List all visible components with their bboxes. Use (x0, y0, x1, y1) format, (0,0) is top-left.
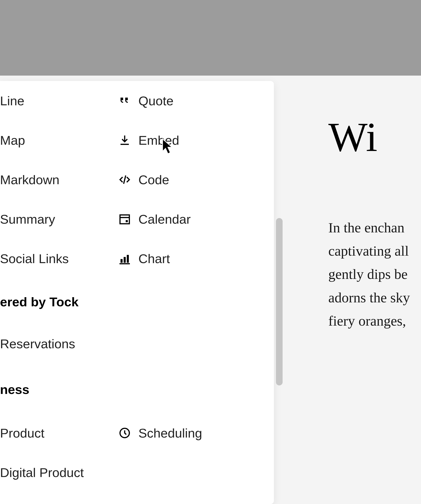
menu-item-digital-product[interactable]: Digital Product (0, 453, 118, 492)
menu-item-reservations[interactable]: Reservations (0, 324, 118, 363)
menu-item-label: Scheduling (138, 426, 202, 440)
menu-item-label: Social Links (0, 251, 69, 266)
quote-icon (118, 95, 131, 107)
body-line: In the enchan (328, 216, 421, 239)
chart-icon (118, 252, 131, 265)
svg-rect-0 (120, 215, 129, 224)
menu-item-label: Code (138, 172, 169, 187)
menu-item-markdown[interactable]: Markdown (0, 160, 118, 199)
menu-scrollbar-thumb[interactable] (276, 218, 283, 385)
menu-item-chart[interactable]: Chart (118, 239, 270, 278)
menu-item-label: Calendar (138, 212, 191, 227)
download-icon (118, 134, 131, 146)
menu-item-label: Quote (138, 93, 173, 108)
menu-item-label: Embed (138, 133, 179, 148)
menu-scrollbar-track[interactable] (276, 81, 283, 504)
menu-item-calendar[interactable]: Calendar (118, 199, 270, 239)
menu-item-summary[interactable]: Summary (0, 199, 118, 239)
svg-rect-2 (121, 259, 122, 263)
menu-item-code[interactable]: Code (118, 160, 270, 199)
section-heading-business: ness (0, 382, 29, 397)
section-heading-tock: ered by Tock (0, 294, 79, 309)
calendar-icon (118, 213, 131, 225)
menu-item-quote[interactable]: Quote (118, 81, 270, 120)
menu-item-social-links[interactable]: Social Links (0, 239, 118, 278)
menu-item-label: Product (0, 426, 44, 440)
window-chrome-backdrop (0, 0, 421, 76)
page-title: Wi (328, 116, 421, 158)
menu-item-line[interactable]: Line (0, 81, 118, 120)
body-line: fiery oranges, (328, 309, 421, 332)
menu-item-map[interactable]: Map (0, 120, 118, 160)
svg-rect-1 (126, 220, 128, 222)
clock-icon (118, 427, 131, 439)
menu-item-label: Digital Product (0, 465, 84, 480)
menu-item-product[interactable]: Product (0, 413, 118, 453)
svg-rect-3 (124, 257, 126, 263)
menu-item-label: Line (0, 93, 24, 108)
page-preview: Wi In the enchan captivating all gently … (328, 116, 421, 332)
body-line: gently dips be (328, 263, 421, 286)
menu-item-embed[interactable]: Embed (118, 120, 270, 160)
body-line: captivating all (328, 239, 421, 263)
menu-item-label: Summary (0, 212, 55, 227)
menu-item-label: Chart (138, 251, 170, 266)
menu-item-label: Markdown (0, 172, 59, 187)
svg-rect-4 (127, 255, 129, 263)
menu-item-label: Map (0, 133, 25, 148)
body-line: adorns the sky (328, 286, 421, 309)
block-insert-menu[interactable]: Line Map Markdown Summary Social Links e… (0, 81, 274, 504)
code-icon (118, 173, 131, 186)
menu-item-scheduling[interactable]: Scheduling (118, 413, 270, 453)
app-root: Line Map Markdown Summary Social Links e… (0, 0, 421, 504)
menu-item-label: Reservations (0, 336, 75, 351)
page-body: In the enchan captivating all gently dip… (328, 216, 421, 332)
